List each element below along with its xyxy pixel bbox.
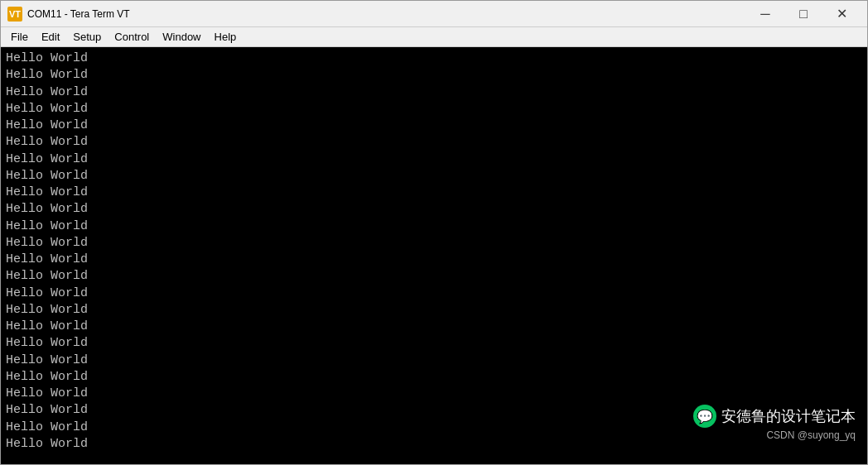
menu-help[interactable]: Help xyxy=(208,29,244,45)
terminal-line: Hello World xyxy=(6,235,862,252)
terminal-line: Hello World xyxy=(6,201,862,218)
terminal-line: Hello World xyxy=(6,218,862,235)
minimize-button[interactable]: ─ xyxy=(746,1,784,27)
terminal-line: Hello World xyxy=(6,252,862,268)
menu-control[interactable]: Control xyxy=(108,29,156,45)
main-window: VT COM11 - Tera Term VT ─ □ ✕ File Edit … xyxy=(0,0,868,465)
terminal-line: Hello World xyxy=(6,285,862,302)
terminal-line: Hello World xyxy=(6,84,862,101)
terminal-line: Hello World xyxy=(6,386,862,402)
terminal-line: Hello World xyxy=(6,50,862,67)
terminal-line: Hello World xyxy=(6,134,862,151)
terminal-area[interactable]: Hello WorldHello WorldHello WorldHello W… xyxy=(1,47,867,464)
terminal-line: Hello World xyxy=(6,335,862,352)
window-title: COM11 - Tera Term VT xyxy=(27,8,746,20)
app-icon: VT xyxy=(7,7,22,22)
maximize-button[interactable]: □ xyxy=(784,1,822,27)
terminal-line: Hello World xyxy=(6,168,862,185)
terminal-line: Hello World xyxy=(6,67,862,84)
terminal-line: Hello World xyxy=(6,268,862,285)
menu-bar: File Edit Setup Control Window Help xyxy=(1,27,867,47)
terminal-line: Hello World xyxy=(6,302,862,319)
menu-edit[interactable]: Edit xyxy=(35,29,66,45)
terminal-line: Hello World xyxy=(6,101,862,117)
window-controls: ─ □ ✕ xyxy=(746,1,861,27)
terminal-line: Hello World xyxy=(6,352,862,369)
terminal-line: Hello World xyxy=(6,151,862,168)
close-button[interactable]: ✕ xyxy=(822,1,861,27)
title-bar: VT COM11 - Tera Term VT ─ □ ✕ xyxy=(1,1,867,27)
terminal-line: Hello World xyxy=(6,117,862,134)
watermark-name: 安德鲁的设计笔记本 xyxy=(721,406,856,426)
terminal-line: Hello World xyxy=(6,369,862,386)
terminal-output: Hello WorldHello WorldHello WorldHello W… xyxy=(6,50,862,453)
menu-setup[interactable]: Setup xyxy=(66,29,108,45)
wechat-icon: 💬 xyxy=(693,405,716,428)
watermark-top: 💬 安德鲁的设计笔记本 xyxy=(693,405,856,428)
terminal-line: Hello World xyxy=(6,319,862,335)
menu-window[interactable]: Window xyxy=(156,29,207,45)
watermark-sub: CSDN @suyong_yq xyxy=(766,429,856,441)
menu-file[interactable]: File xyxy=(4,29,35,45)
watermark: 💬 安德鲁的设计笔记本 CSDN @suyong_yq xyxy=(693,405,856,441)
terminal-line: Hello World xyxy=(6,185,862,201)
